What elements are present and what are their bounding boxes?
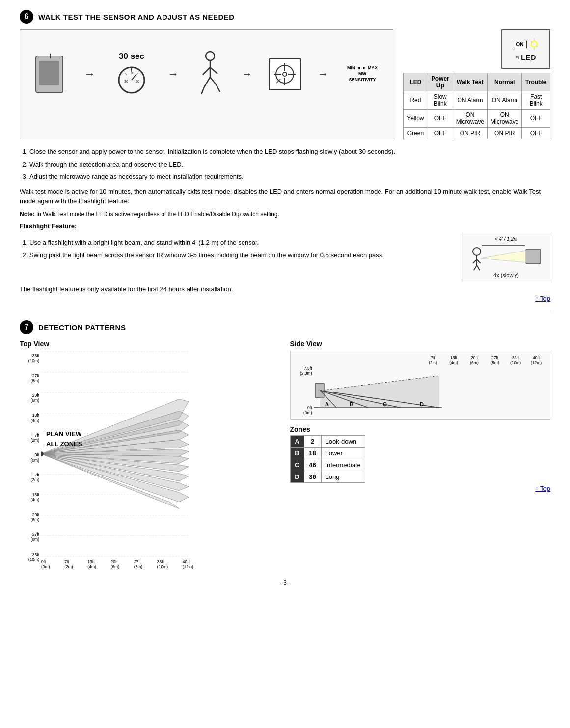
sensitivity-control: MIN ◄ ► MAXMWSENSITIVITY <box>345 65 380 83</box>
section7-top-link[interactable]: ↑ Top <box>290 485 551 492</box>
fan-detection-svg <box>41 351 189 557</box>
cell-trouble-yellow: OFF <box>522 110 550 128</box>
cell-led-green: Green <box>404 128 428 139</box>
x-label-3: 20ft(6m) <box>111 560 119 569</box>
col-power-up: Power Up <box>428 73 453 91</box>
svg-text:20: 20 <box>136 80 139 83</box>
sx-label-2: 20ft(6m) <box>464 355 484 365</box>
sy-high: 7.5ft(2.3m) <box>295 366 312 376</box>
y-label-4: 7ft(2m) <box>20 433 39 443</box>
arrow3: → <box>242 68 252 81</box>
arrow4: → <box>318 68 328 81</box>
svg-line-19 <box>201 87 204 94</box>
zone-label-a: Look-down <box>321 436 365 448</box>
svg-text:10: 10 <box>130 71 134 75</box>
sx-label-1: 13ft(4m) <box>444 355 463 365</box>
sensitivity-label: MIN ◄ ► MAXMWSENSITIVITY <box>345 65 380 83</box>
walk-test-diagram: → 30 sec 10 <box>20 29 393 139</box>
on-switch: ON <box>514 41 527 48</box>
svg-line-37 <box>477 259 481 263</box>
cell-normal-red: ON Alarm <box>488 91 522 110</box>
flashlight-instructions: Use a flashlight with a bright light bea… <box>29 238 452 260</box>
walking-person <box>195 50 225 98</box>
section7-diagrams: Top View 33ft(10m) 27ft(8m) 20ft(6m) 13f… <box>20 340 550 569</box>
cell-power-green: OFF <box>428 128 453 139</box>
side-view-container: 7ft(2m) 13ft(4m) 20ft(6m) 27ft(8m) 33ft(… <box>290 351 551 420</box>
zone-row-d: D 36 Long <box>290 471 365 483</box>
svg-text:A: A <box>325 401 329 407</box>
side-view-diagram: Side View 7ft(2m) 13ft(4m) 20ft(6m) 27ft… <box>290 340 551 569</box>
sensor-svg <box>33 51 68 98</box>
side-y-labels: 7.5ft(2.3m) 0ft(0m) <box>295 366 314 415</box>
table-row-red: Red Slow Blink ON Alarm ON Alarm Fast Bl… <box>404 91 550 110</box>
section6-header: 6 WALK TEST THE SENSOR AND ADJUST AS NEE… <box>20 10 550 24</box>
svg-line-15 <box>203 67 210 75</box>
col-normal: Normal <box>488 73 522 91</box>
crosshair-svg <box>271 61 299 88</box>
x-axis-labels: 0ft(0m) 7ft(2m) 13ft(4m) 20ft(6m) 27ft(8… <box>41 559 193 569</box>
flashlight-step-1: Use a flashlight with a bright light bea… <box>29 238 452 248</box>
y-label-8: 20ft(6m) <box>20 512 39 522</box>
section7-title: DETECTION PATTERNS <box>38 323 126 332</box>
person-svg <box>195 50 225 97</box>
svg-line-20 <box>216 84 220 92</box>
arrow2: → <box>168 68 179 81</box>
cell-walk-red: ON Alarm <box>453 91 487 110</box>
zone-row-c: C 46 Intermediate <box>290 459 365 471</box>
note-label: Note: <box>20 211 35 218</box>
target-box <box>269 58 301 90</box>
instruction-1: Close the sensor and apply power to the … <box>29 147 550 157</box>
zones-table: A 2 Look-down B 18 Lower C 46 Interm <box>290 435 365 483</box>
section6: 6 WALK TEST THE SENSOR AND ADJUST AS NEE… <box>20 10 550 302</box>
led-table-body: Red Slow Blink ON Alarm ON Alarm Fast Bl… <box>404 91 550 139</box>
section-divider <box>20 311 550 311</box>
zone-label-b: Lower <box>321 448 365 459</box>
zone-letter-c: C <box>290 459 304 471</box>
section7: 7 DETECTION PATTERNS Top View 33ft(10m) … <box>20 320 550 569</box>
note-content: In Walk Test mode the LED is active rega… <box>36 211 279 218</box>
cell-walk-yellow: ON Microwave <box>453 110 487 128</box>
svg-line-38 <box>474 265 477 270</box>
svg-text:30: 30 <box>124 80 128 83</box>
svg-line-36 <box>473 259 477 263</box>
plan-view-label: PLAN VIEWALL ZONES <box>46 429 82 448</box>
svg-point-34 <box>473 248 481 255</box>
zone-letter-a: A <box>290 436 304 448</box>
timer-label: 30 sec <box>112 52 151 61</box>
timer-svg: 10 20 30 <box>114 61 149 96</box>
svg-line-18 <box>210 77 216 84</box>
zone-row-a: A 2 Look-down <box>290 436 365 448</box>
sx-label-4: 33ft(10m) <box>506 355 525 365</box>
pi-label: PI <box>516 56 519 60</box>
zone-label-c: Intermediate <box>321 459 365 471</box>
svg-line-7 <box>136 73 138 75</box>
svg-text:C: C <box>383 401 387 407</box>
page-number: - 3 - <box>20 579 550 586</box>
section6-title: WALK TEST THE SENSOR AND ADJUST AS NEEDE… <box>38 13 235 21</box>
cell-power-red: Slow Blink <box>428 91 453 110</box>
flashlight-step-2: Swing past the light beam across the sen… <box>29 251 452 260</box>
walk-test-para: Walk test mode is active for 10 minutes,… <box>20 187 550 207</box>
svg-line-9 <box>132 75 136 80</box>
side-view-label: Side View <box>290 340 551 348</box>
sx-label-5: 40ft(12m) <box>526 355 546 365</box>
arrow1: → <box>84 68 95 81</box>
flashlight-diagram: < 4' / 1.2m 4x (slowly) <box>462 233 550 281</box>
zone-num-a: 2 <box>304 436 321 448</box>
zone-num-b: 18 <box>304 448 321 459</box>
sun-icon <box>530 37 539 52</box>
side-x-top-labels: 7ft(2m) 13ft(4m) 20ft(6m) 27ft(8m) 33ft(… <box>295 355 546 365</box>
svg-point-22 <box>283 72 287 76</box>
led-table-container: LED Power Up Walk Test Normal Trouble Re… <box>403 73 550 139</box>
flashlight-svg <box>467 242 545 271</box>
fan-beams <box>41 399 189 509</box>
zone-label-d: Long <box>321 471 365 483</box>
section6-top-link[interactable]: ↑ Top <box>20 295 550 302</box>
timer-display: 30 sec 10 20 30 <box>112 52 151 97</box>
zone-letter-b: B <box>290 448 304 459</box>
y-label-7: 13ft(4m) <box>20 492 39 502</box>
led-table: LED Power Up Walk Test Normal Trouble Re… <box>403 73 550 139</box>
y-label-2: 20ft(6m) <box>20 393 39 403</box>
x-label-0: 0ft(0m) <box>41 560 50 569</box>
beam-count: 4x (slowly) <box>465 272 547 278</box>
